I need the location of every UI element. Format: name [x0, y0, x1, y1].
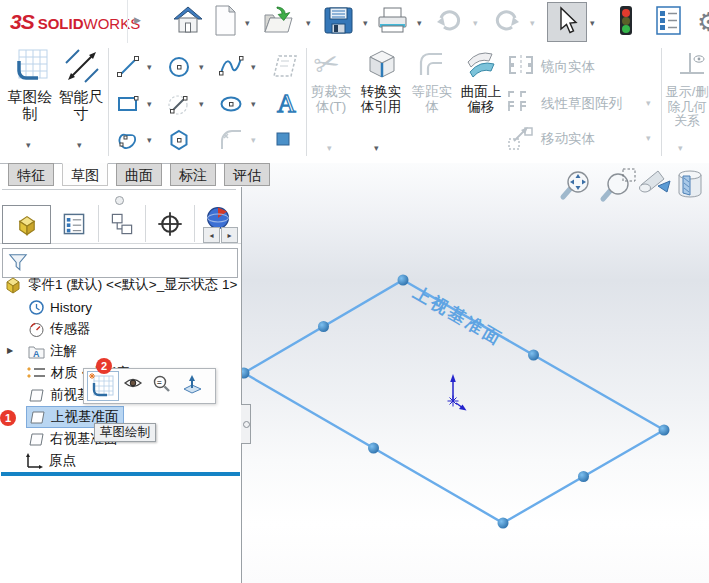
convert-entities-label[interactable]: 转换实体引用: [355, 85, 407, 114]
arc-dropdown-arrow[interactable]: ▾: [199, 99, 204, 109]
options-list-button[interactable]: [655, 5, 687, 37]
text-icon: A: [273, 89, 299, 117]
logo-flyout-arrow[interactable]: ▶: [134, 15, 141, 25]
open-dropdown-arrow[interactable]: ▾: [306, 18, 311, 28]
mirror-entities-button[interactable]: [506, 54, 536, 80]
new-document-button[interactable]: [212, 5, 244, 37]
panel-splitter-handle[interactable]: [241, 404, 251, 444]
move-entities-dropdown-arrow[interactable]: ▾: [646, 133, 651, 143]
smart-dimension-label[interactable]: 智能尺寸: [54, 88, 108, 122]
tab-features[interactable]: 特征: [8, 163, 54, 186]
graphics-viewport[interactable]: 上视基准面: [242, 163, 709, 583]
display-relations-button[interactable]: [678, 49, 708, 83]
tab-surface[interactable]: 曲面: [116, 163, 162, 186]
interference-check-button[interactable]: [615, 5, 647, 37]
undo-dropdown-arrow[interactable]: ▾: [473, 18, 478, 28]
convert-entities-button[interactable]: [367, 48, 397, 84]
home-button[interactable]: [173, 5, 205, 37]
linear-pattern-dropdown-arrow[interactable]: ▾: [646, 98, 651, 108]
tab-dimxpert-manager[interactable]: [146, 205, 195, 242]
tree-item-annotations[interactable]: ▶ A 注解: [0, 340, 268, 362]
panel-tab-scroll-left[interactable]: ◂: [203, 227, 220, 243]
circle-dropdown-arrow[interactable]: ▾: [199, 62, 204, 72]
fillet-dropdown-arrow[interactable]: ▾: [251, 135, 256, 145]
select-tool-button[interactable]: [547, 2, 587, 42]
ellipse-dropdown-arrow[interactable]: ▾: [251, 99, 256, 109]
spline-tool-button[interactable]: [218, 54, 244, 84]
print-dropdown-arrow[interactable]: ▾: [417, 18, 422, 28]
trim-entities-label[interactable]: 剪裁实体(T): [306, 85, 356, 114]
surface-offset-button[interactable]: [464, 48, 498, 84]
sketch-flyout-arrow[interactable]: ▾: [26, 140, 31, 150]
tab-annotate[interactable]: 标注: [170, 163, 216, 186]
fillet-tool-button[interactable]: [218, 127, 244, 157]
new-dropdown-arrow[interactable]: ▾: [245, 18, 250, 28]
freeform-tool-button[interactable]: [115, 127, 141, 157]
command-manager-ribbon: 草图绘制 ▾ 智能尺寸 ▾ ▾: [0, 43, 709, 164]
trim-flyout-arrow[interactable]: ▾: [327, 143, 332, 153]
previous-view-icon[interactable]: [640, 171, 671, 192]
tree-item-history[interactable]: History: [0, 296, 268, 318]
context-normal-to-button[interactable]: [180, 373, 204, 401]
ellipse-tool-button[interactable]: [218, 91, 244, 121]
point-tool-button[interactable]: [276, 132, 290, 150]
open-button[interactable]: [262, 5, 294, 37]
tree-root-part[interactable]: 零件1 (默认) <<默认>_显示状态 1>: [0, 274, 243, 296]
section-view-icon[interactable]: [679, 171, 701, 197]
freeform-dropdown-arrow[interactable]: ▾: [147, 135, 152, 145]
rollback-bar[interactable]: [1, 472, 240, 476]
surface-offset-label[interactable]: 曲面上偏移: [456, 85, 506, 114]
tab-property-manager[interactable]: [50, 205, 99, 242]
move-entities-label[interactable]: 移动实体: [541, 130, 595, 148]
zoom-area-icon[interactable]: [603, 169, 635, 199]
material-icon: [26, 365, 46, 382]
context-sketch-button[interactable]: [87, 371, 119, 401]
circle-tool-button[interactable]: [166, 54, 192, 84]
line-tool-button[interactable]: [115, 54, 141, 84]
spline-dropdown-arrow[interactable]: ▾: [251, 62, 256, 72]
context-show-hide-button[interactable]: [124, 376, 142, 394]
rectangle-dropdown-arrow[interactable]: ▾: [147, 99, 152, 109]
print-button[interactable]: [377, 5, 409, 37]
sketch-plane-tool-button[interactable]: [271, 52, 299, 86]
display-relations-flyout-arrow[interactable]: ▾: [678, 143, 683, 153]
tree-item-origin[interactable]: 原点: [0, 450, 264, 472]
offset-entities-label[interactable]: 等距实体: [408, 85, 456, 114]
tab-configuration-manager[interactable]: [99, 205, 146, 242]
zoom-fit-icon[interactable]: [563, 172, 588, 197]
panel-collapse-handle[interactable]: [115, 196, 124, 205]
tab-evaluate[interactable]: 评估: [224, 163, 270, 186]
convert-flyout-arrow[interactable]: ▾: [374, 143, 379, 153]
smart-dimension-flyout-arrow[interactable]: ▾: [77, 140, 82, 150]
tab-feature-tree[interactable]: [2, 205, 51, 244]
panel-tab-scroll-right[interactable]: ▸: [221, 227, 238, 243]
sketch-button-label[interactable]: 草图绘制: [2, 88, 58, 122]
redo-button[interactable]: [492, 5, 524, 37]
linear-pattern-button[interactable]: [506, 90, 536, 122]
smart-dimension-button[interactable]: [63, 47, 101, 89]
offset-entities-button[interactable]: [416, 49, 446, 83]
settings-gear-icon[interactable]: ⚙: [697, 7, 709, 39]
redo-dropdown-arrow[interactable]: ▾: [530, 18, 535, 28]
expand-arrow-icon[interactable]: ▶: [7, 346, 13, 355]
rectangle-tool-button[interactable]: [115, 91, 141, 121]
mirror-entities-label[interactable]: 镜向实体: [541, 58, 595, 76]
tree-item-sensors[interactable]: 传感器: [0, 318, 268, 340]
display-relations-label[interactable]: 显示/删除几何关系: [664, 85, 709, 129]
save-dropdown-arrow[interactable]: ▾: [363, 18, 368, 28]
select-dropdown-arrow[interactable]: ▾: [590, 18, 595, 28]
linear-pattern-label[interactable]: 线性草图阵列: [541, 95, 622, 113]
arc-tool-button[interactable]: [166, 91, 192, 121]
context-zoom-button[interactable]: =: [152, 374, 171, 397]
save-button[interactable]: [323, 5, 355, 37]
viewport-canvas: 上视基准面: [242, 163, 709, 583]
tab-sketch[interactable]: 草图: [62, 163, 108, 186]
move-entities-button[interactable]: [506, 125, 536, 157]
context-sketch-icon: [88, 372, 116, 398]
undo-button[interactable]: [436, 5, 468, 37]
trim-entities-icon[interactable]: ✂: [310, 43, 343, 83]
polygon-tool-button[interactable]: [166, 127, 192, 157]
sketch-button[interactable]: [12, 47, 50, 89]
text-tool-button[interactable]: A: [273, 89, 299, 121]
line-dropdown-arrow[interactable]: ▾: [147, 62, 152, 72]
